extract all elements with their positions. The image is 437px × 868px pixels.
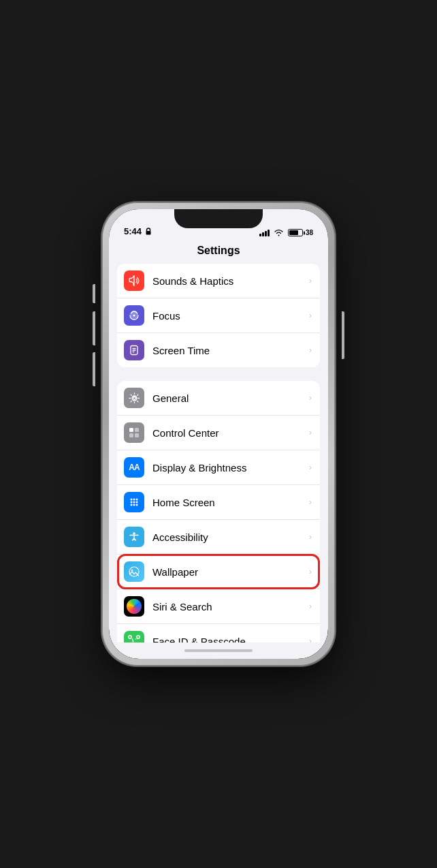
sounds-chevron: › bbox=[309, 276, 312, 285]
lock-icon bbox=[145, 228, 152, 235]
controlcenter-label: Control Center bbox=[152, 427, 306, 439]
svg-rect-8 bbox=[135, 433, 139, 437]
controlcenter-icon bbox=[124, 422, 144, 443]
siri-chevron: › bbox=[309, 602, 312, 611]
svg-point-17 bbox=[136, 504, 138, 506]
signal-icon bbox=[259, 230, 270, 236]
svg-rect-21 bbox=[129, 636, 131, 638]
screentime-chevron: › bbox=[309, 345, 312, 355]
settings-item-display[interactable]: AA Display & Brightness › bbox=[117, 450, 320, 485]
svg-point-10 bbox=[133, 499, 135, 501]
sounds-label: Sounds & Haptics bbox=[152, 275, 306, 287]
home-bar bbox=[184, 649, 253, 652]
status-icons: 38 bbox=[259, 229, 313, 236]
phone-inner: 5:44 bbox=[109, 209, 328, 659]
settings-section-2: General › Control Center › AA bbox=[117, 381, 320, 642]
settings-item-siri[interactable]: Siri & Search › bbox=[117, 589, 320, 624]
faceid-icon bbox=[124, 631, 144, 642]
wallpaper-icon bbox=[124, 561, 144, 582]
battery-icon bbox=[288, 229, 303, 236]
battery-fill bbox=[289, 230, 299, 235]
settings-list[interactable]: Sounds & Haptics › Focus › bbox=[109, 264, 328, 642]
faceid-chevron: › bbox=[309, 636, 312, 642]
svg-point-20 bbox=[131, 570, 133, 572]
svg-rect-6 bbox=[135, 428, 139, 432]
svg-point-18 bbox=[133, 532, 135, 535]
settings-item-focus[interactable]: Focus › bbox=[117, 298, 320, 333]
settings-item-accessibility[interactable]: Accessibility › bbox=[117, 520, 320, 555]
svg-rect-0 bbox=[146, 231, 151, 235]
screentime-icon bbox=[124, 340, 144, 360]
accessibility-chevron: › bbox=[309, 532, 312, 542]
screentime-label: Screen Time bbox=[152, 345, 306, 356]
svg-point-14 bbox=[136, 501, 138, 503]
svg-point-16 bbox=[133, 504, 135, 506]
notch bbox=[174, 209, 263, 228]
volume-up-button[interactable] bbox=[93, 311, 95, 345]
settings-item-faceid[interactable]: Face ID & Passcode › bbox=[117, 624, 320, 642]
settings-item-controlcenter[interactable]: Control Center › bbox=[117, 416, 320, 450]
sounds-icon bbox=[124, 270, 144, 291]
time-display: 5:44 bbox=[124, 226, 142, 236]
general-icon bbox=[124, 388, 144, 408]
svg-point-3 bbox=[133, 397, 135, 399]
svg-point-13 bbox=[133, 501, 135, 503]
battery-percentage: 38 bbox=[306, 229, 313, 236]
focus-label: Focus bbox=[152, 310, 306, 322]
home-indicator bbox=[109, 642, 328, 659]
settings-item-screentime[interactable]: Screen Time › bbox=[117, 333, 320, 367]
homescreen-chevron: › bbox=[309, 497, 312, 507]
accessibility-label: Accessibility bbox=[152, 531, 306, 543]
focus-chevron: › bbox=[309, 311, 312, 320]
controlcenter-chevron: › bbox=[309, 428, 312, 437]
focus-icon bbox=[124, 305, 144, 326]
svg-point-12 bbox=[131, 501, 133, 503]
svg-point-25 bbox=[132, 638, 133, 640]
svg-rect-7 bbox=[129, 433, 133, 437]
status-time: 5:44 bbox=[124, 226, 152, 236]
display-label: Display & Brightness bbox=[152, 462, 306, 474]
volume-down-button[interactable] bbox=[93, 352, 95, 386]
general-label: General bbox=[152, 392, 306, 404]
mute-button[interactable] bbox=[93, 284, 95, 303]
wallpaper-chevron: › bbox=[309, 567, 312, 576]
accessibility-icon bbox=[124, 527, 144, 547]
wifi-icon bbox=[274, 229, 284, 236]
power-button[interactable] bbox=[342, 311, 344, 359]
svg-point-1 bbox=[133, 315, 135, 317]
phone-frame: 5:44 bbox=[102, 202, 335, 666]
wallpaper-label: Wallpaper bbox=[152, 566, 306, 578]
svg-rect-22 bbox=[137, 636, 140, 638]
homescreen-label: Home Screen bbox=[152, 497, 306, 508]
faceid-label: Face ID & Passcode bbox=[152, 636, 306, 643]
svg-point-11 bbox=[136, 499, 138, 501]
display-icon: AA bbox=[124, 457, 144, 478]
settings-item-general[interactable]: General › bbox=[117, 381, 320, 416]
svg-point-15 bbox=[131, 504, 133, 506]
homescreen-icon bbox=[124, 492, 144, 512]
screen: 5:44 bbox=[109, 209, 328, 659]
svg-point-9 bbox=[131, 499, 133, 501]
settings-item-homescreen[interactable]: Home Screen › bbox=[117, 485, 320, 520]
siri-label: Siri & Search bbox=[152, 601, 306, 613]
settings-item-sounds[interactable]: Sounds & Haptics › bbox=[117, 264, 320, 298]
settings-item-wallpaper[interactable]: Wallpaper › bbox=[117, 555, 320, 589]
page-title: Settings bbox=[109, 239, 328, 264]
display-chevron: › bbox=[309, 463, 312, 472]
general-chevron: › bbox=[309, 393, 312, 403]
svg-point-26 bbox=[135, 638, 137, 640]
siri-icon bbox=[124, 596, 144, 617]
settings-section-1: Sounds & Haptics › Focus › bbox=[117, 264, 320, 367]
svg-rect-5 bbox=[129, 428, 133, 432]
